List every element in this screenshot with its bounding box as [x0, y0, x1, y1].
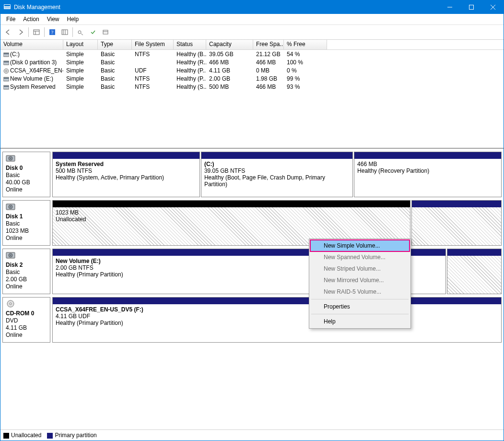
list-button[interactable] [100, 26, 111, 38]
context-item[interactable]: New Simple Volume... [310, 240, 410, 251]
partition[interactable] [447, 249, 502, 294]
disk-state: Online [6, 332, 47, 338]
partition-header [447, 249, 501, 256]
volume-layout: Simple [63, 67, 98, 74]
partition-header [412, 201, 501, 207]
col-header-type[interactable]: Type [98, 40, 132, 49]
context-item: New Spanned Volume... [310, 251, 410, 263]
svg-rect-4 [469, 5, 473, 10]
partition-title: CCSA_X64FRE_EN-US_DV5 (F:) [56, 306, 498, 313]
context-item[interactable]: Help [310, 316, 410, 327]
window-buttons [439, 0, 504, 14]
menubar: File Action View Help [0, 14, 504, 25]
close-button[interactable] [482, 0, 504, 14]
volume-row[interactable]: (Disk 0 partition 3)SimpleBasicHealthy (… [0, 58, 504, 66]
partition-size: 39.05 GB NTFS [204, 167, 350, 174]
volume-list[interactable]: Volume Layout Type File System Status Ca… [0, 40, 504, 149]
disk-icon [6, 203, 47, 213]
titlebar[interactable]: Disk Management [0, 0, 504, 14]
disk-row: Disk 2Basic2.00 GBOnlineNew Volume (E:)2… [2, 249, 502, 294]
settings-button[interactable] [59, 26, 70, 38]
disk-info[interactable]: Disk 0Basic40.00 GBOnline [2, 152, 50, 197]
col-header-status[interactable]: Status [174, 40, 206, 49]
legend-unallocated: Unallocated [3, 432, 41, 439]
context-item[interactable]: Properties [310, 301, 410, 312]
partitions: System Reserved500 MB NTFSHealthy (Syste… [52, 152, 502, 197]
partition-size: 1023 MB [56, 209, 407, 216]
col-header-pct-free[interactable]: % Free [284, 40, 327, 49]
disk-icon [6, 251, 47, 261]
disk-kind: DVD [6, 317, 47, 324]
volume-name: New Volume (E:) [10, 75, 53, 82]
menu-help[interactable]: Help [63, 14, 83, 24]
svg-rect-2 [4, 7, 10, 9]
disk-info[interactable]: CD-ROM 0DVD4.11 GBOnline [2, 297, 50, 343]
app-icon [3, 3, 11, 12]
disk-kind: Basic [6, 172, 47, 179]
check-button[interactable] [87, 26, 99, 38]
toolbar-separator [28, 27, 29, 37]
partition-status: Healthy (Boot, Page File, Crash Dump, Pr… [204, 174, 350, 188]
disk-map-pane[interactable]: Disk 0Basic40.00 GBOnlineSystem Reserved… [0, 149, 504, 429]
volume-status: Healthy (P... [174, 67, 206, 74]
svg-rect-20 [4, 53, 9, 54]
partition-status: Healthy (System, Active, Primary Partiti… [56, 174, 197, 181]
volume-row[interactable]: (C:)SimpleBasicNTFSHealthy (B...39.05 GB… [0, 50, 504, 58]
menu-view[interactable]: View [43, 14, 63, 24]
volume-free: 0 MB [253, 67, 284, 74]
svg-rect-22 [4, 61, 9, 62]
volume-row[interactable]: New Volume (E:)SimpleBasicNTFSHealthy (P… [0, 74, 504, 83]
partition-status: Healthy (Recovery Partition) [357, 167, 498, 174]
volume-free: 466 MB [253, 59, 284, 66]
back-button[interactable] [2, 26, 14, 38]
partition[interactable]: 466 MBHealthy (Recovery Partition) [354, 152, 502, 197]
volume-status: Healthy (P... [174, 75, 206, 82]
volume-type: Basic [98, 83, 132, 90]
disk-info[interactable]: Disk 2Basic2.00 GBOnline [2, 249, 50, 294]
volume-name: (Disk 0 partition 3) [10, 59, 57, 66]
disk-size: 1023 MB [6, 227, 47, 234]
volume-row[interactable]: System ReservedSimpleBasicNTFSHealthy (S… [0, 83, 504, 91]
svg-line-16 [81, 34, 83, 35]
menu-action[interactable]: Action [19, 14, 43, 24]
volume-icon [3, 68, 9, 73]
col-header-capacity[interactable]: Capacity [206, 40, 253, 49]
volume-capacity: 4.11 GB [206, 67, 253, 74]
col-header-filesystem[interactable]: File System [132, 40, 174, 49]
partition[interactable]: (C:)39.05 GB NTFSHealthy (Boot, Page Fil… [201, 152, 353, 197]
col-header-layout[interactable]: Layout [63, 40, 98, 49]
partition[interactable]: System Reserved500 MB NTFSHealthy (Syste… [52, 152, 200, 197]
svg-rect-12 [62, 30, 68, 35]
disk-info[interactable]: Disk 1Basic1023 MBOnline [2, 200, 50, 246]
svg-point-15 [78, 31, 81, 34]
partition-status: Healthy (Primary Partition) [56, 320, 498, 326]
volume-pct-free: 0 % [284, 67, 327, 74]
col-header-volume[interactable]: Volume [0, 40, 63, 49]
disk-row: CD-ROM 0DVD4.11 GBOnlineCCSA_X64FRE_EN-U… [2, 297, 502, 343]
volume-list-body: (C:)SimpleBasicNTFSHealthy (B...39.05 GB… [0, 50, 504, 91]
show-hide-button[interactable] [31, 26, 42, 38]
action-button[interactable] [75, 26, 86, 38]
volume-filesystem: NTFS [132, 75, 174, 82]
volume-status: Healthy (S... [174, 83, 206, 90]
volume-icon [3, 52, 9, 57]
partition-body [412, 207, 501, 245]
partition-body [447, 256, 501, 294]
context-menu[interactable]: New Simple Volume...New Spanned Volume..… [309, 238, 411, 329]
help-button[interactable]: ? [47, 26, 58, 38]
volume-capacity: 39.05 GB [206, 51, 253, 58]
menu-file[interactable]: File [2, 14, 19, 24]
volume-row[interactable]: CCSA_X64FRE_EN-...SimpleBasicUDFHealthy … [0, 66, 504, 74]
disk-state: Online [6, 186, 47, 193]
context-separator [311, 314, 409, 314]
disk-row: Disk 0Basic40.00 GBOnlineSystem Reserved… [2, 152, 502, 197]
partition[interactable]: CCSA_X64FRE_EN-US_DV5 (F:)4.11 GB UDFHea… [52, 297, 502, 343]
col-header-free-space[interactable]: Free Spa... [253, 40, 284, 49]
volume-free: 466 MB [253, 83, 284, 90]
forward-button[interactable] [15, 26, 26, 38]
disk-state: Online [6, 283, 47, 290]
toolbar-separator [72, 27, 73, 37]
minimize-button[interactable] [439, 0, 460, 14]
partition[interactable] [411, 200, 502, 246]
maximize-button[interactable] [460, 0, 482, 14]
